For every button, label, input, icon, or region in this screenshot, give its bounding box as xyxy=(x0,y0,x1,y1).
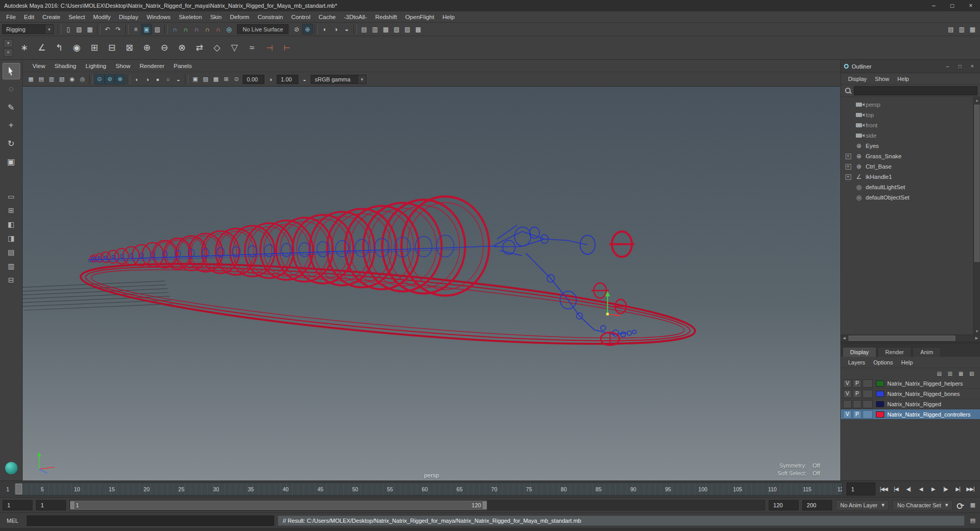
shelf-wrap-button[interactable]: ⊟ xyxy=(103,39,121,57)
outliner-menu-show[interactable]: Show xyxy=(871,76,893,82)
menu-file[interactable]: File xyxy=(2,14,20,20)
maximize-button[interactable]: □ xyxy=(943,0,961,11)
move-tool-button[interactable]: + xyxy=(3,117,20,134)
playback-go-to-end[interactable]: ▶▶| xyxy=(965,484,976,495)
outliner-horizontal-scrollbar[interactable]: ◀ ▶ xyxy=(841,335,980,341)
layout-single-pane-button[interactable]: ▭ xyxy=(4,190,19,203)
paint-select-tool-button[interactable]: ✎ xyxy=(3,99,20,115)
layers-menu[interactable]: Layers xyxy=(844,359,869,366)
animation-preferences-button[interactable]: ▦ xyxy=(968,501,977,510)
menu-set-dropdown[interactable]: Rigging ▾ xyxy=(2,24,54,34)
menu-help[interactable]: Help xyxy=(438,14,459,20)
highlight-selection-button[interactable]: ⊕ xyxy=(302,24,313,35)
toolkit-icon-1[interactable]: ▤ xyxy=(359,24,369,35)
layer-row-2[interactable]: Natrix_Natrix_Rigged xyxy=(841,399,980,409)
scroll-down-icon[interactable]: ▼ xyxy=(974,328,980,335)
layout-two-pane-left-button[interactable]: ◧ xyxy=(4,218,19,230)
layout-two-pane-right-button[interactable]: ◨ xyxy=(4,232,19,244)
playback-go-to-start[interactable]: |◀◀ xyxy=(878,484,889,495)
outliner-vertical-scrollbar[interactable]: ▲ ▼ xyxy=(973,97,980,335)
layer-playback-toggle[interactable]: P xyxy=(853,410,861,419)
viewport-3d-canvas[interactable] xyxy=(23,87,840,480)
menu-cache[interactable]: Cache xyxy=(314,14,340,20)
sphere-icon[interactable] xyxy=(5,462,18,474)
menu-display[interactable]: Display xyxy=(115,14,143,20)
lock-camera-icon[interactable]: ▤ xyxy=(36,74,46,85)
use-all-lights-icon[interactable]: ◐ xyxy=(132,74,142,85)
playback-end-field[interactable]: 120 xyxy=(769,500,799,510)
shadows-icon[interactable]: ◑ xyxy=(142,74,153,85)
rotate-tool-button[interactable]: ↻ xyxy=(3,135,20,152)
shelf-detach-skin-button[interactable]: ⊕ xyxy=(138,39,156,57)
outliner-item-side[interactable]: side xyxy=(844,130,973,141)
render-frame-button[interactable]: ◐ xyxy=(319,24,330,35)
move-layer-up-button[interactable]: ▤ xyxy=(935,370,943,377)
playback-step-forward-frame[interactable]: |▶ xyxy=(940,484,951,495)
panel-menu-renderer[interactable]: Renderer xyxy=(135,63,169,69)
character-set-dropdown[interactable]: No Character Set ▾ xyxy=(892,500,953,510)
options-menu[interactable]: Options xyxy=(869,359,897,366)
shelf-lattice-button[interactable]: ⊞ xyxy=(86,39,103,57)
open-scene-button[interactable]: ▧ xyxy=(74,24,85,35)
layer-color-swatch[interactable] xyxy=(876,380,884,387)
time-slider-track[interactable]: 5101520253035404550556065707580859095100… xyxy=(14,483,842,495)
range-slider-track[interactable]: 1 120 xyxy=(70,500,765,510)
panel-menu-panels[interactable]: Panels xyxy=(169,63,196,69)
snap-to-view-plane-button[interactable]: ∩ xyxy=(213,24,224,35)
select-tool-button[interactable] xyxy=(3,63,20,79)
outliner-item-front[interactable]: front xyxy=(844,120,973,130)
playback-play-forwards[interactable]: ▶ xyxy=(927,484,939,495)
outliner-item-ikhandle1[interactable]: +∠ikHandle1 xyxy=(844,172,973,182)
tab-anim[interactable]: Anim xyxy=(913,347,941,357)
snap-to-curve-button[interactable]: ∩ xyxy=(180,24,191,35)
shelf-blend-shape-button[interactable]: ◇ xyxy=(208,39,226,57)
select-component-button[interactable]: ▨ xyxy=(152,24,163,35)
select-object-button[interactable]: ▣ xyxy=(141,24,152,35)
scrollbar-thumb[interactable] xyxy=(849,336,955,341)
playback-step-back-key[interactable]: |◀ xyxy=(890,484,902,495)
resolution-gate-icon[interactable]: ⊞ xyxy=(221,74,231,85)
shelf-cluster-button[interactable]: ◉ xyxy=(68,39,86,57)
time-slider-playhead[interactable] xyxy=(15,484,22,494)
toolkit-icon-6[interactable]: ▩ xyxy=(413,24,424,35)
scroll-right-icon[interactable]: ▶ xyxy=(973,336,980,340)
gamma-field[interactable]: 1.00 xyxy=(277,75,298,84)
layer-color-swatch[interactable] xyxy=(876,401,884,407)
multisample-icon[interactable]: ◒ xyxy=(173,74,183,85)
panel-menu-shading[interactable]: Shading xyxy=(50,63,81,69)
shaded-mode-icon[interactable]: ⊘ xyxy=(105,74,115,85)
playback-play-backwards[interactable]: ◀ xyxy=(915,484,926,495)
layer-playback-toggle[interactable] xyxy=(853,400,861,408)
layer-color-swatch[interactable] xyxy=(876,391,884,397)
lasso-tool-button[interactable]: ◌ xyxy=(3,81,20,97)
textured-mode-icon[interactable]: ⊕ xyxy=(115,74,125,85)
xray-icon[interactable]: ▨ xyxy=(200,74,211,85)
shelf-constraint-button[interactable]: ≈ xyxy=(243,39,261,57)
playback-step-back-frame[interactable]: ◀| xyxy=(903,484,914,495)
layer-row-0[interactable]: VPNatrix_Natrix_Rigged_helpers xyxy=(841,378,980,389)
layer-display-type-toggle[interactable] xyxy=(863,379,873,388)
outliner-item-persp[interactable]: persp xyxy=(844,99,973,110)
layer-row-1[interactable]: VPNatrix_Natrix_Rigged_bones xyxy=(841,389,980,399)
menu-control[interactable]: Control xyxy=(287,14,314,20)
shelf-assume-preferred-angle-button[interactable]: ⊢ xyxy=(278,39,296,57)
outliner-menu-help[interactable]: Help xyxy=(893,76,914,82)
outliner-item-default-object-set[interactable]: ◎defaultObjectSet xyxy=(844,192,973,203)
layer-playback-toggle[interactable]: P xyxy=(853,379,861,388)
auto-keyframe-button[interactable] xyxy=(956,501,965,509)
menu-openflight[interactable]: OpenFlight xyxy=(401,14,438,20)
layer-display-type-toggle[interactable] xyxy=(863,390,873,398)
scale-tool-button[interactable]: ▣ xyxy=(3,153,20,170)
minimize-button[interactable]: – xyxy=(924,0,943,11)
layer-playback-toggle[interactable]: P xyxy=(853,390,861,398)
scroll-left-icon[interactable]: ◀ xyxy=(841,336,848,340)
toolkit-icon-3[interactable]: ▦ xyxy=(380,24,391,35)
viewport-3d[interactable]: persp Symmetry: Off Soft Select: Off xyxy=(23,87,840,480)
outliner-menu-display[interactable]: Display xyxy=(844,76,871,82)
menu-skin[interactable]: Skin xyxy=(206,14,226,20)
ipr-render-button[interactable]: ◑ xyxy=(330,24,341,35)
outliner-item-ctrl-base[interactable]: +⊕Ctrl_Base xyxy=(844,161,973,172)
exposure-field[interactable]: 0.00 xyxy=(243,75,264,84)
playback-step-forward-key[interactable]: ▶| xyxy=(952,484,964,495)
shelf-ik-spline-button[interactable]: ↰ xyxy=(50,39,68,57)
